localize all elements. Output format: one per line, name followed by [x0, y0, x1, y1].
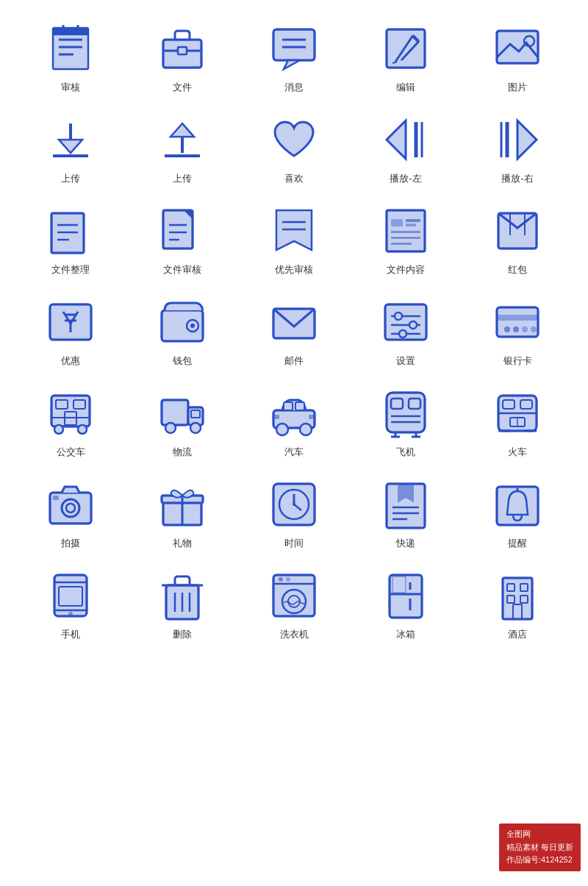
icon-cell-file-audit: 文件审核	[126, 197, 238, 281]
icon-mail	[268, 296, 320, 349]
svg-point-79	[399, 330, 406, 337]
label-delete: 删除	[173, 628, 192, 641]
icon-edit	[379, 22, 432, 75]
svg-rect-53	[406, 224, 416, 226]
svg-point-100	[165, 423, 176, 433]
icon-gift	[156, 478, 209, 531]
svg-rect-42	[163, 210, 193, 249]
icon-settings	[379, 296, 432, 349]
icon-cell-play-left: 播放-左	[350, 106, 462, 190]
svg-rect-54	[391, 231, 420, 233]
icon-grid: 审核 文件 消息	[15, 15, 573, 646]
svg-rect-10	[178, 47, 187, 54]
icon-cell-washer: 洗衣机	[238, 562, 350, 646]
icon-cell-hotel: 酒店	[462, 562, 573, 646]
icon-cell-train: 火车	[462, 379, 573, 463]
icon-cell-camera: 拍摄	[15, 471, 126, 554]
svg-point-77	[409, 321, 417, 329]
icon-cell-gift: 礼物	[126, 471, 238, 554]
svg-rect-16	[387, 29, 425, 68]
svg-rect-99	[191, 410, 200, 418]
icon-cell-logistics: 物流	[126, 379, 238, 463]
icon-express	[379, 478, 432, 531]
icon-cell-redpacket: 红包	[462, 197, 573, 281]
label-bell: 提醒	[508, 537, 527, 550]
svg-marker-31	[387, 121, 406, 159]
label-mail: 邮件	[284, 354, 304, 368]
svg-rect-105	[284, 402, 293, 410]
icon-play-left	[379, 113, 432, 166]
icon-logistics	[156, 387, 209, 440]
label-download: 上传	[61, 172, 80, 185]
icon-message	[268, 22, 320, 75]
icon-cell-image: 图片	[462, 15, 573, 99]
svg-point-108	[300, 424, 312, 435]
icon-cell-file: 文件	[126, 15, 238, 99]
icon-bankcard	[491, 296, 544, 349]
label-priority: 优先审核	[275, 263, 313, 276]
svg-point-101	[190, 423, 201, 433]
label-gift: 礼物	[173, 537, 192, 550]
svg-rect-11	[273, 29, 315, 60]
icon-file	[156, 22, 209, 75]
icon-fridge	[379, 569, 432, 622]
svg-rect-55	[391, 237, 420, 239]
svg-point-75	[395, 312, 402, 320]
svg-point-84	[513, 326, 519, 332]
icon-cell-message: 消息	[238, 15, 350, 99]
label-wallet: 钱包	[173, 354, 192, 368]
svg-point-169	[279, 577, 283, 582]
icon-cell-edit: 编辑	[350, 15, 462, 99]
svg-rect-113	[391, 399, 403, 409]
label-washer: 洗衣机	[280, 628, 309, 641]
svg-point-170	[286, 577, 290, 582]
icon-cell-bell: 提醒	[462, 471, 573, 554]
icon-cell-clock: 时间	[238, 471, 350, 554]
icon-train	[491, 387, 544, 440]
icon-discount	[44, 296, 97, 349]
icon-clock	[268, 478, 320, 531]
watermark: 全图网 精品素材 每日更新 作品编号:4124252	[499, 824, 581, 871]
icon-cell-bus: 公交车	[15, 379, 126, 463]
label-discount: 优惠	[61, 354, 80, 368]
icon-cell-bankcard: 银行卡	[462, 288, 573, 372]
icon-cell-express: 快递	[350, 471, 462, 554]
label-file-content: 文件内容	[387, 263, 425, 276]
label-settings: 设置	[396, 354, 415, 368]
label-audit: 审核	[61, 81, 80, 94]
svg-point-93	[78, 425, 87, 434]
icon-file-content	[379, 204, 432, 257]
icon-bus	[44, 387, 97, 440]
icon-wallet	[156, 296, 209, 349]
svg-rect-82	[497, 315, 538, 321]
icon-cell-car: 汽车	[238, 379, 350, 463]
svg-marker-27	[59, 140, 82, 153]
label-phone: 手机	[61, 628, 80, 641]
label-message: 消息	[284, 81, 304, 94]
label-play-left: 播放-左	[390, 172, 421, 185]
label-edit: 编辑	[396, 81, 415, 94]
label-plane: 飞机	[396, 446, 415, 459]
svg-rect-106	[295, 402, 304, 410]
icon-file-organize	[44, 204, 97, 257]
svg-marker-34	[517, 121, 537, 159]
svg-point-107	[276, 424, 288, 435]
svg-rect-52	[406, 219, 420, 222]
icon-like	[268, 113, 320, 166]
svg-point-145	[293, 503, 295, 506]
icon-image	[491, 22, 544, 75]
label-train: 火车	[508, 446, 527, 459]
icon-car	[268, 387, 320, 440]
icon-cell-download: 上传	[15, 106, 126, 190]
svg-point-83	[504, 326, 510, 332]
svg-point-69	[190, 324, 195, 328]
svg-rect-114	[409, 399, 420, 409]
svg-rect-134	[53, 496, 59, 500]
svg-rect-123	[503, 400, 514, 409]
watermark-site: 全图网	[506, 828, 573, 841]
icon-cell-file-content: 文件内容	[350, 197, 462, 281]
label-camera: 拍摄	[61, 537, 80, 550]
icon-cell-delete: 删除	[126, 562, 238, 646]
icon-hotel	[491, 569, 544, 622]
icon-phone	[44, 569, 97, 622]
